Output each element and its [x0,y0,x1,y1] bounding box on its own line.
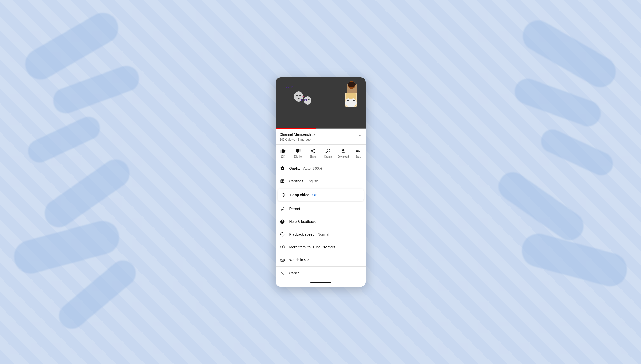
chevron-down-icon[interactable]: ⌄ [358,132,362,137]
captions-icon [280,178,285,184]
save-label: Sa... [355,155,361,158]
help-menu-item[interactable]: Help & feedback [276,215,366,228]
actions-row: 12K Dislike Share Creat [276,145,366,162]
flag-icon [280,206,285,212]
bg-decoration [10,217,123,277]
help-text: Help & feedback [289,220,316,224]
share-button[interactable]: Share [306,147,321,160]
dislike-icon [296,148,301,155]
dislike-label: Dislike [294,155,302,158]
loop-text: Loop video · On [290,193,317,197]
create-label: Create [324,155,332,158]
download-button[interactable]: Download [335,147,351,160]
watch-vr-menu-item[interactable]: Watch in VR [276,254,366,266]
dislike-button[interactable]: Dislike [290,147,306,160]
progress-fill [276,128,316,129]
video-info-section: Channel Memberships ⌄ 249K views · 3 mo … [276,129,366,145]
share-label: Share [310,155,317,158]
save-icon [355,148,361,155]
sticker-hype: HYPE [301,98,311,102]
playback-speed-menu-item[interactable]: Playback speed · Normal [276,228,366,241]
svg-text:♥: ♥ [302,95,304,98]
more-from-channel-text: More from YouTube Creators [289,245,335,249]
video-thumbnail: LURK ♥ HYPE [276,77,366,129]
svg-point-2 [299,95,301,96]
bottom-indicator [276,279,366,287]
bg-decoration [39,154,135,233]
info-icon [280,244,285,250]
like-icon [280,148,286,155]
close-icon [280,270,285,276]
quality-menu-item[interactable]: Quality · Auto (360p) [276,162,366,175]
playback-speed-icon [280,232,285,237]
like-count: 12K [281,155,285,158]
character-illustration [332,80,358,113]
loop-video-menu-item[interactable]: Loop video · On [278,189,364,201]
report-menu-item[interactable]: Report [276,202,366,215]
svg-point-1 [296,95,298,96]
bg-decoration [54,255,141,334]
captions-menu-item[interactable]: Captions · English [276,175,366,188]
help-icon [280,219,285,224]
svg-point-22 [283,260,284,261]
svg-point-21 [281,260,282,261]
download-icon [341,148,346,155]
thumbnail-content: LURK ♥ HYPE [276,77,366,129]
bg-decoration [49,62,143,117]
download-label: Download [337,155,349,158]
bottom-sheet-modal: LURK ♥ HYPE [276,77,366,287]
playback-speed-text: Playback speed · Normal [289,232,329,236]
home-indicator [310,282,331,283]
video-title: Channel Memberships [280,132,316,137]
loop-icon [281,192,286,198]
share-icon [310,148,316,155]
cancel-menu-item[interactable]: Cancel [276,267,366,279]
bg-decoration [24,113,104,166]
create-button[interactable]: Create [321,147,336,160]
cancel-label: Cancel [289,271,301,275]
like-button[interactable]: 12K [276,147,291,160]
svg-point-18 [282,234,283,235]
save-button[interactable]: Sa... [351,147,366,160]
svg-point-16 [353,100,355,101]
gear-icon [280,165,285,171]
video-progress-bar[interactable] [276,128,366,129]
watch-vr-text: Watch in VR [289,258,309,262]
video-meta: 249K views · 3 mo ago [280,138,362,141]
vr-icon [280,257,285,263]
svg-point-15 [347,100,349,101]
context-menu: Quality · Auto (360p) Captions · English [276,162,366,279]
quality-text: Quality · Auto (360p) [289,166,322,170]
more-from-channel-menu-item[interactable]: More from YouTube Creators [276,241,366,254]
video-title-row: Channel Memberships ⌄ [280,132,362,137]
svg-point-9 [348,82,356,87]
captions-text: Captions · English [289,179,318,183]
report-text: Report [289,207,300,211]
create-icon [325,148,331,155]
bg-decoration [537,126,617,179]
